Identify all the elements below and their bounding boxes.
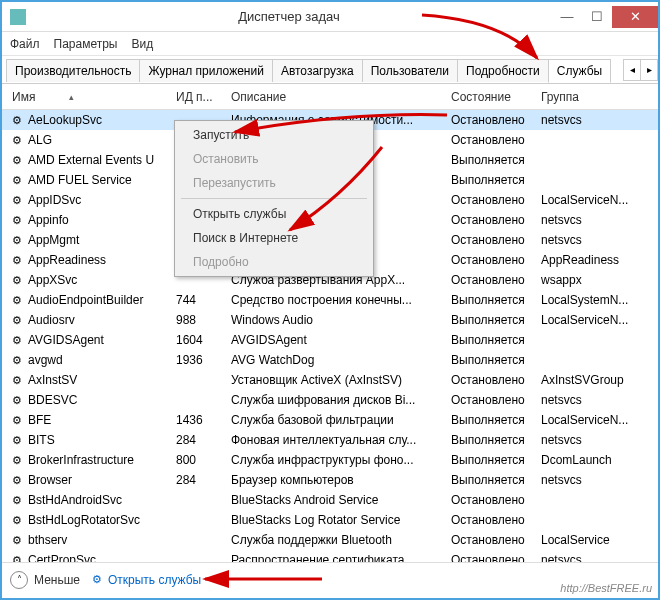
service-group: netsvcs <box>541 213 654 227</box>
cm-details: Подробно <box>177 250 371 274</box>
maximize-button[interactable]: ☐ <box>582 6 612 28</box>
service-state: Остановлено <box>451 193 541 207</box>
service-state: Остановлено <box>451 493 541 507</box>
table-row[interactable]: ⚙BrokerInfrastructure800Служба инфрастру… <box>2 450 658 470</box>
header-desc[interactable]: Описание <box>231 90 451 104</box>
tab-right-button[interactable]: ▸ <box>640 59 658 81</box>
cm-restart: Перезапустить <box>177 171 371 195</box>
service-group: netsvcs <box>541 113 654 127</box>
tab-performance[interactable]: Производительность <box>6 59 140 82</box>
tab-startup[interactable]: Автозагрузка <box>272 59 363 82</box>
header-name[interactable]: Имя▴ <box>6 90 176 104</box>
service-icon: ⚙ <box>10 253 24 267</box>
table-row[interactable]: ⚙Audiosrv988Windows AudioВыполняетсяLoca… <box>2 310 658 330</box>
service-desc: Служба поддержки Bluetooth <box>231 533 451 547</box>
table-row[interactable]: ⚙BstHdLogRotatorSvcBlueStacks Log Rotato… <box>2 510 658 530</box>
table-row[interactable]: ⚙AxInstSVУстановщик ActiveX (AxInstSV)Ос… <box>2 370 658 390</box>
service-name: AeLookupSvc <box>28 113 102 127</box>
table-row[interactable]: ⚙BDESVCСлужба шифрования дисков Bi...Ост… <box>2 390 658 410</box>
open-services-link[interactable]: ⚙ Открыть службы <box>90 573 201 587</box>
service-name: BstHdAndroidSvc <box>28 493 122 507</box>
service-pid: 800 <box>176 453 231 467</box>
gear-icon: ⚙ <box>90 573 104 587</box>
header-pid[interactable]: ИД п... <box>176 90 231 104</box>
fewer-details-button[interactable]: ˄ Меньше <box>10 571 80 589</box>
minimize-button[interactable]: — <box>552 6 582 28</box>
tab-users[interactable]: Пользователи <box>362 59 458 82</box>
menu-view[interactable]: Вид <box>131 37 153 51</box>
header-group[interactable]: Группа <box>541 90 654 104</box>
service-pid: 284 <box>176 473 231 487</box>
table-row[interactable]: ⚙CertPropSvcРаспространение сертификатаО… <box>2 550 658 562</box>
service-state: Выполняется <box>451 413 541 427</box>
service-group: LocalServiceN... <box>541 313 654 327</box>
service-state: Остановлено <box>451 533 541 547</box>
table-row[interactable]: ⚙BFE1436Служба базовой фильтрацииВыполня… <box>2 410 658 430</box>
context-menu: Запустить Остановить Перезапустить Откры… <box>174 120 374 277</box>
table-row[interactable]: ⚙Browser284Браузер компьютеровВыполняетс… <box>2 470 658 490</box>
service-name: AMD FUEL Service <box>28 173 132 187</box>
service-group: LocalSystemN... <box>541 293 654 307</box>
table-row[interactable]: ⚙BstHdAndroidSvcBlueStacks Android Servi… <box>2 490 658 510</box>
menu-options[interactable]: Параметры <box>54 37 118 51</box>
service-desc: Служба базовой фильтрации <box>231 413 451 427</box>
service-icon: ⚙ <box>10 153 24 167</box>
service-name: BstHdLogRotatorSvc <box>28 513 140 527</box>
service-desc: BlueStacks Log Rotator Service <box>231 513 451 527</box>
close-button[interactable]: ✕ <box>612 6 658 28</box>
service-name: avgwd <box>28 353 63 367</box>
menu-file[interactable]: Файл <box>10 37 40 51</box>
tab-details[interactable]: Подробности <box>457 59 549 82</box>
service-name: BrokerInfrastructure <box>28 453 134 467</box>
service-icon: ⚙ <box>10 493 24 507</box>
tab-services[interactable]: Службы <box>548 59 611 83</box>
column-headers: Имя▴ ИД п... Описание Состояние Группа <box>2 84 658 110</box>
service-group: AxInstSVGroup <box>541 373 654 387</box>
service-icon: ⚙ <box>10 353 24 367</box>
service-state: Остановлено <box>451 133 541 147</box>
service-name: AppMgmt <box>28 233 79 247</box>
service-name: AudioEndpointBuilder <box>28 293 143 307</box>
service-name: AppXSvc <box>28 273 77 287</box>
table-row[interactable]: ⚙bthservСлужба поддержки BluetoothОстано… <box>2 530 658 550</box>
service-name: ALG <box>28 133 52 147</box>
table-row[interactable]: ⚙avgwd1936AVG WatchDogВыполняется <box>2 350 658 370</box>
service-name: Appinfo <box>28 213 69 227</box>
cm-open-services[interactable]: Открыть службы <box>177 202 371 226</box>
service-state: Выполняется <box>451 453 541 467</box>
table-row[interactable]: ⚙AVGIDSAgent1604AVGIDSAgentВыполняется <box>2 330 658 350</box>
service-icon: ⚙ <box>10 193 24 207</box>
service-state: Остановлено <box>451 393 541 407</box>
service-icon: ⚙ <box>10 473 24 487</box>
cm-start[interactable]: Запустить <box>177 123 371 147</box>
header-state[interactable]: Состояние <box>451 90 541 104</box>
table-row[interactable]: ⚙AudioEndpointBuilder744Средство построе… <box>2 290 658 310</box>
service-group: netsvcs <box>541 473 654 487</box>
service-pid: 744 <box>176 293 231 307</box>
service-desc: BlueStacks Android Service <box>231 493 451 507</box>
service-desc: Средство построения конечны... <box>231 293 451 307</box>
tab-app-history[interactable]: Журнал приложений <box>139 59 272 82</box>
service-state: Выполняется <box>451 353 541 367</box>
service-desc: AVG WatchDog <box>231 353 451 367</box>
service-name: AppReadiness <box>28 253 106 267</box>
cm-stop: Остановить <box>177 147 371 171</box>
service-name: BDESVC <box>28 393 77 407</box>
table-row[interactable]: ⚙BITS284Фоновая интеллектуальная слу...В… <box>2 430 658 450</box>
service-state: Остановлено <box>451 553 541 562</box>
sort-asc-icon: ▴ <box>69 92 74 102</box>
service-desc: Установщик ActiveX (AxInstSV) <box>231 373 451 387</box>
service-group: AppReadiness <box>541 253 654 267</box>
service-desc: Фоновая интеллектуальная слу... <box>231 433 451 447</box>
cm-search-online[interactable]: Поиск в Интернете <box>177 226 371 250</box>
cm-separator <box>181 198 367 199</box>
service-state: Выполняется <box>451 173 541 187</box>
menubar: Файл Параметры Вид <box>2 32 658 56</box>
service-icon: ⚙ <box>10 393 24 407</box>
service-name: Browser <box>28 473 72 487</box>
service-name: AVGIDSAgent <box>28 333 104 347</box>
service-name: BFE <box>28 413 51 427</box>
service-state: Остановлено <box>451 113 541 127</box>
service-state: Остановлено <box>451 373 541 387</box>
tab-left-button[interactable]: ◂ <box>623 59 641 81</box>
